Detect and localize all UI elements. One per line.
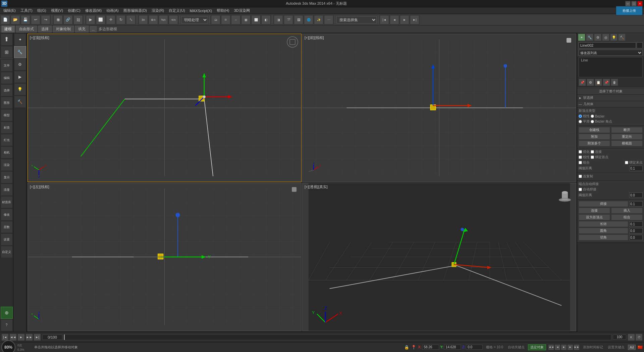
play-back-btn[interactable]: ◄◄ (9, 334, 17, 341)
nav-back[interactable]: ◄◄ (548, 344, 554, 350)
linear-check[interactable] (579, 156, 582, 159)
menu-custom[interactable]: 自定义(U) (167, 7, 187, 14)
threshold-input[interactable] (629, 166, 643, 171)
modify-btn[interactable]: 修改 (1, 209, 13, 221)
modifier-stack-item[interactable]: Line (579, 57, 642, 63)
render-button[interactable]: 🖼 (294, 15, 303, 25)
shape-btn[interactable]: 图形 (1, 97, 13, 109)
attach-multi-btn[interactable]: 附加多个 (579, 140, 610, 146)
normal-align[interactable]: ◧ (261, 15, 271, 25)
playback-next[interactable]: ►| (410, 15, 419, 25)
bezier-corner-radio[interactable] (591, 120, 594, 123)
maximize-button[interactable]: □ (631, 1, 637, 6)
quick-align[interactable]: ⬜ (251, 15, 261, 25)
array-button[interactable]: ▦ (241, 15, 251, 25)
key-mode-btn[interactable]: K (628, 334, 635, 341)
make-first-btn[interactable]: 设为首顶点 (579, 214, 610, 220)
nav-prev[interactable]: ◄ (554, 344, 560, 350)
chamfer-btn[interactable]: 长转 (579, 221, 628, 227)
play-btn[interactable]: ► (17, 334, 25, 341)
nav-play[interactable]: ► (561, 344, 567, 350)
weld-btn[interactable]: 焊接 (579, 201, 628, 207)
clear-btn[interactable]: 清显 (1, 184, 13, 196)
rp-tab-display[interactable]: 💡 (610, 34, 618, 41)
weld-value[interactable] (629, 201, 643, 207)
smooth-radio[interactable] (579, 120, 582, 123)
viewport-front-controls[interactable] (564, 35, 574, 46)
menu-tools[interactable]: 工具(T) (18, 7, 35, 14)
attach-btn[interactable]: 附加 (579, 134, 610, 140)
create-line-btn[interactable]: 创建线 (579, 127, 610, 133)
nav-fwd[interactable]: ►► (574, 344, 580, 350)
viewport-front[interactable]: [+][前][线框] (302, 34, 576, 182)
move-button[interactable]: ✛ (106, 15, 115, 25)
modifier-list-dropdown[interactable]: 修改器列表 (579, 50, 643, 56)
object-name-input[interactable] (579, 42, 636, 48)
mirror2-button[interactable]: ↔ (231, 15, 240, 25)
z-value[interactable]: 0.0 (466, 345, 483, 350)
menu-maxscript[interactable]: MAXScript(X) (188, 8, 214, 13)
tab-fill[interactable]: 填充 (75, 26, 89, 33)
select-region-button[interactable]: ⬜ (96, 15, 105, 25)
viewport-left[interactable]: [+][左][线框] (28, 183, 302, 331)
select-label[interactable]: 选定对象 (528, 344, 546, 350)
combine-btn[interactable]: 组合 (611, 214, 643, 220)
snap-toggle-btn[interactable]: ⊕ (1, 307, 13, 319)
display-tab[interactable]: 💡 (14, 83, 26, 95)
fillet-value[interactable] (629, 228, 643, 233)
rp-tab-modify[interactable]: 🔧 (586, 34, 593, 41)
right-panel-scroll[interactable]: 选择了整个对象 ► 软选择 — 几何体 新顶点类型 线性 Bezier (577, 88, 644, 332)
chamfer-value[interactable] (629, 221, 643, 227)
playback-prev[interactable]: |◄ (380, 15, 389, 25)
nav-next[interactable]: ► (567, 344, 573, 350)
tab-more[interactable]: ... (90, 26, 97, 32)
redo-button[interactable]: ↪ (41, 15, 50, 25)
minimize-button[interactable]: ─ (625, 1, 631, 6)
file-btn[interactable]: 文件 (1, 59, 13, 72)
x-value[interactable]: 58.26 (422, 345, 439, 350)
tab-modeling[interactable]: 建模 (1, 26, 15, 33)
select-btn[interactable]: 选择 (1, 84, 13, 96)
mirror-button[interactable]: ⊲n (169, 15, 178, 25)
fuse-check[interactable] (579, 161, 582, 164)
modify-tab[interactable]: 🔧 (14, 46, 26, 58)
shading-dropdown[interactable]: 明暗处理 线框 真实 (181, 16, 208, 24)
rp-tab-create[interactable]: ✦ (578, 34, 585, 41)
bezier-radio[interactable] (591, 115, 594, 118)
menu-view[interactable]: 视图(V) (49, 7, 65, 14)
rp-tab-motion[interactable]: ◎ (602, 34, 609, 41)
center-button[interactable]: ⊕n (149, 15, 158, 25)
create-tab[interactable]: ✦ (14, 34, 26, 46)
layer-button[interactable]: 🗂 (211, 15, 220, 25)
rp-tab-hierarchy[interactable]: ⚙ (594, 34, 601, 41)
viewport-top[interactable]: [+][顶][线框] (28, 34, 302, 182)
display-btn[interactable]: 显示 (1, 171, 13, 183)
key-settings[interactable]: 设置关键点 (606, 345, 626, 350)
menu-anim[interactable]: 动画(A) (104, 7, 121, 14)
select-tool-btn[interactable]: ⬆ (1, 34, 13, 46)
matlib-btn[interactable]: 材质库 (1, 196, 13, 208)
more-button[interactable]: ⋯ (324, 15, 333, 25)
frame-end[interactable]: 100 (613, 335, 626, 340)
search-select[interactable]: 搜索选择集 (336, 16, 377, 24)
trim-btn[interactable]: 切角 (579, 234, 628, 240)
viewport-left-controls[interactable] (289, 184, 299, 195)
help-btn[interactable]: ? (1, 319, 13, 331)
viewport-top-controls[interactable] (286, 35, 299, 49)
close-button[interactable]: ✕ (637, 1, 643, 6)
new-button[interactable]: 📄 (1, 15, 10, 25)
add-time-marker[interactable]: 添加时间标记 (582, 345, 604, 350)
mod-config-btn[interactable]: ⚙ (587, 79, 594, 86)
menu-graph-editor[interactable]: 图形编辑器(D) (121, 7, 149, 14)
mod-pin-btn[interactable]: 📌 (579, 79, 586, 86)
menu-create[interactable]: 创建(C) (66, 7, 82, 14)
utilities-tab[interactable]: 🔨 (14, 96, 26, 108)
nav-cube[interactable] (556, 186, 573, 203)
threshold2-input[interactable] (629, 192, 643, 198)
playback-back[interactable]: ◄ (390, 15, 399, 25)
menu-help[interactable]: 帮助(H) (215, 7, 231, 14)
end-point-check[interactable] (625, 161, 628, 164)
undo-button[interactable]: ↩ (31, 15, 40, 25)
layers-btn[interactable]: 层数 (1, 221, 13, 233)
effects-button[interactable]: ✨ (314, 15, 323, 25)
